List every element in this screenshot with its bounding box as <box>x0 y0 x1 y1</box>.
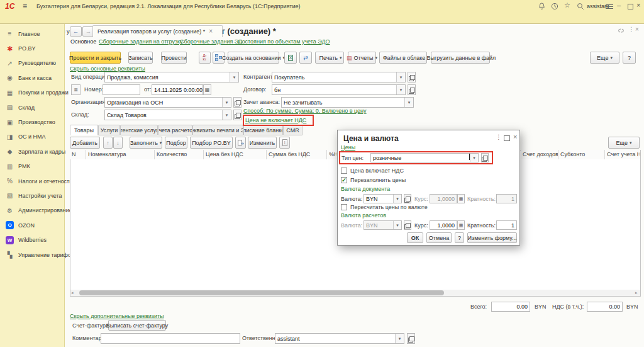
comment-field[interactable] <box>101 333 240 344</box>
recalc-prices-checkbox[interactable] <box>341 204 347 210</box>
minimize-button[interactable]: – <box>617 1 621 9</box>
pick-button[interactable]: Подбор <box>165 137 187 149</box>
close-window-button[interactable]: × <box>636 1 640 9</box>
sidebar-item-os-nma[interactable]: ◨ОС и НМА <box>0 130 64 144</box>
column-header-vat-account[interactable]: Счет учета Н <box>605 150 640 159</box>
warehouse-field[interactable]: Склад Товаров ▾ <box>104 110 231 120</box>
dropdown-icon[interactable]: ▾ <box>230 72 238 82</box>
section-calc-currency[interactable]: Валюта расчетов <box>341 212 386 219</box>
column-header-n[interactable]: N <box>70 150 86 159</box>
sidebar-item-sklad[interactable]: ▤Склад <box>0 100 64 115</box>
settings-icon[interactable] <box>606 4 613 5</box>
tab-tovary[interactable]: Товары <box>70 125 98 135</box>
create-on-base-button[interactable]: Создать на основании▾ <box>228 52 279 64</box>
counterparty-field[interactable]: Покупатель ▾ <box>272 72 406 82</box>
dropdown-icon[interactable]: ▾ <box>395 334 404 343</box>
table-more-button[interactable]: Еще▾ <box>608 137 640 149</box>
history-icon[interactable] <box>551 3 558 10</box>
sidebar-item-rmk[interactable]: ▥РМК <box>0 159 64 174</box>
nav-link-edo-states[interactable]: Состояния по объектам учета ЭДО <box>238 38 330 45</box>
nav-back-button[interactable]: ← <box>70 26 82 37</box>
open-responsible-button[interactable] <box>407 333 415 344</box>
sidebar-item-ozon[interactable]: OOZON <box>0 218 64 232</box>
help-button[interactable]: ? <box>623 52 636 64</box>
section-prices[interactable]: Цены <box>341 144 355 151</box>
method-link[interactable]: Способ: По сумме, Сумма: 0. Включено в ц… <box>243 108 367 114</box>
column-header-sum[interactable]: Сумма без НДС <box>267 150 327 159</box>
pick-poby-button[interactable]: Подбор PO.BY <box>190 137 233 149</box>
sidebar-item-glavnoe[interactable]: ≡Главное <box>0 26 64 41</box>
sidebar-item-administrirovanie[interactable]: ⚙Администрирование <box>0 203 64 218</box>
sidebar-item-rukovoditelyu[interactable]: ↗Руководителю <box>0 56 64 71</box>
link-icon[interactable] <box>618 28 625 34</box>
calc-rate-calculator-button[interactable]: ▦ <box>457 220 465 230</box>
open-warehouse-button[interactable] <box>233 110 242 120</box>
issue-invoice-button[interactable]: Выписать счет-фактуру <box>108 320 166 331</box>
export-data-button[interactable]: Выгрузить данные в файл <box>431 52 490 64</box>
toolbar-more-button[interactable]: Еще▾ <box>590 52 619 64</box>
column-header-price[interactable]: Цена без НДС <box>204 150 267 159</box>
operation-field[interactable]: Продажа, комиссия ▾ <box>104 72 239 82</box>
sidebar-item-zarplata[interactable]: ◆Зарплата и кадры <box>0 144 64 159</box>
restore-button[interactable] <box>628 4 633 9</box>
calendar-button[interactable]: ▦ <box>203 84 211 95</box>
vat-total-field[interactable]: 0.00 <box>587 302 623 312</box>
dropdown-icon[interactable]: ▾ <box>396 72 405 82</box>
change-form-button[interactable]: Изменить форму... <box>467 232 517 243</box>
cloud-files-button[interactable]: Файлы в облаке <box>379 52 427 64</box>
horizontal-scrollbar[interactable]: ◂ ▸ <box>70 290 640 296</box>
cancel-button[interactable]: Отмена <box>426 232 452 243</box>
sidebar-item-wildberries[interactable]: WWildberries <box>0 232 64 247</box>
column-header-subconto[interactable]: Субконто <box>558 150 605 159</box>
print-button[interactable]: Печать▾ <box>315 52 344 64</box>
sidebar-item-poby[interactable]: ∗PO.BY <box>0 41 64 55</box>
dropdown-icon[interactable]: ▾ <box>470 154 478 162</box>
price-type-field[interactable]: розничные ▾ <box>370 153 479 162</box>
sync-button[interactable]: ⇄ <box>299 52 312 64</box>
dropdown-icon[interactable]: ▾ <box>222 110 231 120</box>
advance-offset-field[interactable]: Не зачитывать ▾ <box>281 97 414 108</box>
number-settings-icon[interactable]: ≣ <box>71 84 80 95</box>
sidebar-item-nastroyki[interactable]: ▧Настройки учета <box>0 188 64 203</box>
dropdown-icon[interactable]: ▾ <box>222 98 231 107</box>
tab-close-icon[interactable]: × <box>209 28 213 35</box>
total-field[interactable]: 0.00 <box>491 302 530 312</box>
form-close-icon[interactable]: × <box>635 26 639 33</box>
post-button[interactable]: Провести <box>161 52 187 64</box>
open-counterparty-button[interactable] <box>408 72 416 82</box>
add-row-button[interactable]: Добавить <box>70 137 100 149</box>
calc-multiplicity-field[interactable]: 1 <box>496 220 517 230</box>
dialog-more-icon[interactable]: ⋮ <box>496 134 502 140</box>
open-contract-button[interactable] <box>408 84 416 95</box>
column-header-nomenclature[interactable]: Номенклатура <box>86 150 155 159</box>
calc-rate-field[interactable]: 1,0000 <box>430 220 457 230</box>
number-field[interactable] <box>103 84 140 95</box>
scroll-right-icon[interactable]: ▸ <box>635 290 638 295</box>
scroll-left-icon[interactable]: ◂ <box>71 290 74 295</box>
show-postings-button[interactable]: ДтКт <box>199 52 211 64</box>
sidebar-item-bank[interactable]: ◉Банк и касса <box>0 71 64 85</box>
move-down-button[interactable]: ↓ <box>113 137 123 149</box>
nav-link-assembly-ed[interactable]: Сборочные задания ЭД <box>180 38 242 45</box>
main-menu-icon[interactable]: ≡ <box>23 2 27 11</box>
tab-spisanie[interactable]: Списание бланков <box>243 125 283 135</box>
vat-included-checkbox[interactable] <box>341 168 347 174</box>
scrollbar-thumb[interactable] <box>79 290 444 295</box>
dialog-close-icon[interactable]: × <box>513 133 517 140</box>
excel-export-button[interactable]: X <box>284 52 297 64</box>
sidebar-item-tarif[interactable]: ▚Управление тарифом <box>0 247 64 262</box>
open-price-type-button[interactable] <box>481 153 489 162</box>
column-header-income-account[interactable]: Счет доходов <box>521 150 558 159</box>
form-more-icon[interactable]: ⋮ <box>628 26 635 33</box>
edit-row-button[interactable]: Изменить <box>248 137 277 149</box>
nav-link-main[interactable]: Основное <box>70 38 96 45</box>
move-up-button[interactable]: ↑ <box>103 137 113 149</box>
tab-scheta[interactable]: Счета расчетов <box>158 125 192 135</box>
post-and-close-button[interactable]: Провести и закрыть <box>70 52 121 64</box>
refill-prices-checkbox[interactable]: ✓ <box>341 177 347 183</box>
column-header-vat-percent[interactable]: %Н <box>327 150 337 159</box>
row-height-button[interactable]: ↕ <box>279 137 290 149</box>
doc-currency-field[interactable]: BYN ▾ <box>364 194 402 203</box>
notifications-icon[interactable] <box>538 3 545 10</box>
open-organization-button[interactable] <box>233 97 242 108</box>
